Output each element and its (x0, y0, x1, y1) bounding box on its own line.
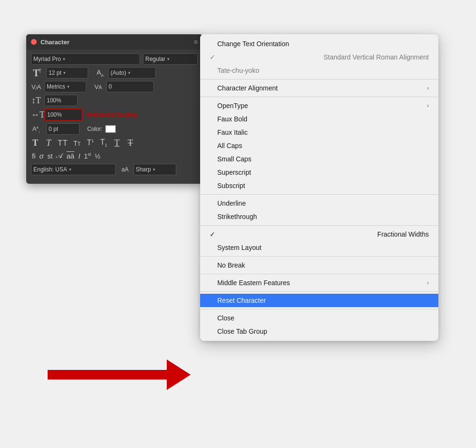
stylistic-btn[interactable]: 𝒜 (56, 152, 62, 160)
menu-strikethrough[interactable]: Strikethrough (200, 210, 438, 223)
language-value: English: USA (33, 166, 67, 173)
kerning-icon: V/A (31, 83, 41, 90)
menu-opentype[interactable]: OpenType › (200, 99, 438, 112)
opentype-arrow: › (427, 102, 429, 109)
vertical-scale-icon: ↕T (31, 96, 41, 106)
baseline-icon: Aa↕ (31, 125, 41, 133)
red-arrow (48, 359, 191, 390)
strikethrough2-btn[interactable]: I (78, 152, 80, 160)
separator-5 (200, 256, 438, 257)
character-alignment-arrow: › (427, 85, 429, 91)
leading-icon: AA (95, 69, 105, 78)
discretionary-btn[interactable]: σ (40, 152, 44, 160)
fraction-btn[interactable]: ½ (95, 152, 101, 160)
menu-small-caps[interactable]: Small Caps (200, 152, 438, 166)
menu-underline[interactable]: Underline (200, 197, 438, 210)
separator-1 (200, 79, 438, 80)
context-menu: Change Text Orientation Standard Vertica… (200, 34, 438, 341)
menu-close-tab-group[interactable]: Close Tab Group (200, 325, 438, 338)
menu-tate-chu-yoko[interactable]: Tate-chu-yoko (200, 64, 438, 77)
menu-no-break[interactable]: No Break (200, 259, 438, 272)
menu-standard-vertical[interactable]: Standard Vertical Roman Alignment (200, 50, 438, 64)
tracking-input[interactable]: 0 (106, 81, 154, 92)
underline-type-btn[interactable]: T (113, 138, 122, 148)
font-family-caret: ▾ (63, 57, 65, 61)
menu-faux-italic[interactable]: Faux Italic (200, 126, 438, 139)
separator-6 (200, 274, 438, 274)
oldstyle-btn[interactable]: st (48, 152, 53, 160)
panel-titlebar: Character ≡ (26, 34, 203, 50)
anti-alias-char: aA (122, 166, 129, 173)
menu-faux-bold[interactable]: Faux Bold (200, 112, 438, 126)
font-family-value: Myriad Pro (33, 56, 61, 62)
character-panel: Character ≡ Myriad Pro ▾ Regular ▾ T T 1… (26, 34, 203, 184)
kerning-value: Metrics (47, 83, 65, 90)
strikethrough-type-btn[interactable]: T (126, 138, 135, 148)
color-label: Color: (87, 126, 102, 132)
smallcaps-type-btn[interactable]: TT (73, 139, 81, 147)
arrow-head (167, 359, 191, 390)
anti-alias-value: Sharp (136, 166, 151, 173)
panel-close-button[interactable] (31, 39, 37, 45)
menu-fractional-widths[interactable]: Fractional Widths (200, 228, 438, 241)
horizontal-scale-row: ↔T 100% Horizontal Scaling (31, 109, 198, 121)
menu-character-alignment[interactable]: Character Alignment › (200, 81, 438, 95)
anti-alias-select[interactable]: Sharp ▾ (133, 164, 176, 175)
font-size-caret: ▾ (63, 70, 66, 75)
panel-menu-icon[interactable]: ≡ (194, 38, 198, 46)
allcaps-type-btn[interactable]: TT (58, 139, 68, 148)
glyph-row: fi σ st 𝒜 aā I 1st ½ (31, 150, 198, 162)
overline-btn[interactable]: aā (66, 152, 74, 160)
panel-title: Character (41, 39, 194, 46)
menu-all-caps[interactable]: All Caps (200, 139, 438, 152)
baseline-shift-row: Aa↕ 0 pt Color: (31, 123, 198, 135)
ligature-btn[interactable]: fi (32, 152, 36, 160)
kerning-select[interactable]: Metrics ▾ (44, 81, 86, 92)
font-size-subscript-t: T (39, 69, 41, 74)
kerning-caret: ▾ (67, 84, 70, 89)
auto-leading-select[interactable]: (Auto) ▾ (108, 67, 156, 79)
menu-close[interactable]: Close (200, 311, 438, 325)
tracking-icon: VA (93, 83, 103, 90)
color-swatch[interactable] (105, 125, 116, 133)
leading-caret: ▾ (128, 70, 131, 75)
font-style-value: Regular (145, 56, 165, 62)
horizontal-scale-input[interactable]: 100% (44, 109, 82, 121)
anti-alias-caret: ▾ (153, 167, 155, 172)
separator-4 (200, 225, 438, 226)
menu-superscript[interactable]: Superscript (200, 166, 438, 179)
language-row: English: USA ▾ aA Sharp ▾ (31, 164, 198, 175)
language-select[interactable]: English: USA ▾ (31, 164, 116, 175)
middle-eastern-arrow: › (427, 279, 429, 286)
menu-middle-eastern-features[interactable]: Middle Eastern Features › (200, 276, 438, 289)
font-family-row: Myriad Pro ▾ Regular ▾ (31, 53, 198, 65)
type-style-row: T T TT TT T1 T1 T T (31, 137, 198, 149)
panel-body: Myriad Pro ▾ Regular ▾ T T 12 pt ▾ AA (A… (26, 50, 203, 179)
menu-reset-character[interactable]: Reset Character (200, 294, 438, 307)
separator-7 (200, 291, 438, 292)
bold-type-btn[interactable]: T (31, 138, 40, 148)
font-size-select[interactable]: 12 pt ▾ (46, 67, 88, 79)
baseline-shift-input[interactable]: 0 pt (46, 123, 80, 135)
subscript-type-btn[interactable]: T1 (100, 138, 108, 148)
menu-change-text-orientation[interactable]: Change Text Orientation (200, 37, 438, 50)
font-style-caret: ▾ (167, 57, 170, 61)
arrow-body (48, 370, 167, 379)
auto-leading-value: (Auto) (111, 70, 126, 76)
menu-system-layout[interactable]: System Layout (200, 241, 438, 254)
font-family-select[interactable]: Myriad Pro ▾ (31, 53, 140, 65)
language-caret: ▾ (69, 167, 71, 172)
horizontal-scaling-label: Horizontal Scaling (87, 111, 137, 118)
supernum-btn[interactable]: 1st (84, 152, 91, 160)
italic-type-btn[interactable]: T (44, 138, 53, 148)
kerning-row: V/A Metrics ▾ VA 0 (31, 81, 198, 92)
vertical-scale-input[interactable]: 100% (44, 95, 78, 106)
menu-subscript[interactable]: Subscript (200, 179, 438, 192)
vertical-scale-row: ↕T 100% (31, 95, 198, 106)
superscript-type-btn[interactable]: T1 (86, 139, 95, 147)
horizontal-scale-icon: ↔T (31, 110, 41, 120)
font-style-select[interactable]: Regular ▾ (143, 53, 198, 65)
separator-3 (200, 194, 438, 195)
font-size-value: 12 pt (49, 70, 61, 76)
font-size-row: T T 12 pt ▾ AA (Auto) ▾ (31, 67, 198, 79)
